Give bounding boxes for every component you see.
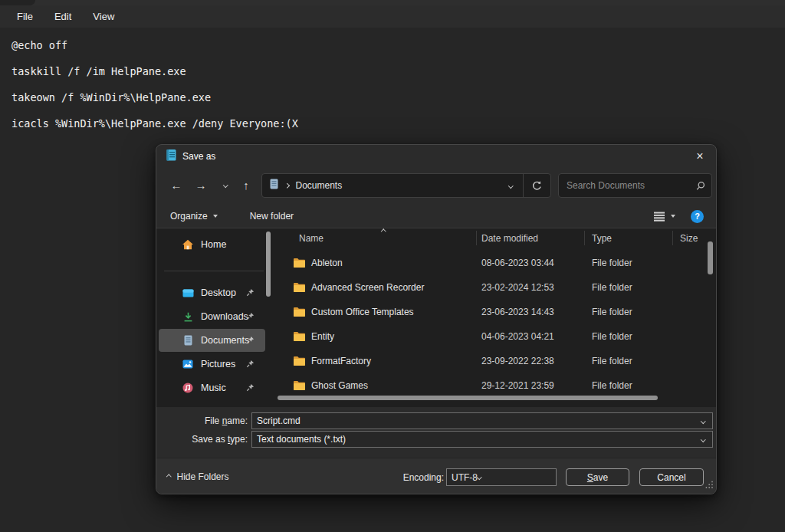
vertical-scrollbar-track[interactable]	[705, 228, 716, 407]
notepad-tab[interactable]	[0, 0, 35, 5]
sidebar-item-music[interactable]: Music	[159, 376, 265, 399]
views-button[interactable]	[653, 212, 675, 222]
file-name: Entity	[311, 331, 334, 342]
file-type: File folder	[592, 356, 632, 366]
table-row[interactable]: Advanced Screen Recorder 23-02-2024 12:5…	[276, 275, 705, 300]
folder-icon	[293, 380, 306, 393]
text-editor[interactable]: @echo offtaskkill /f /im HelpPane.exetak…	[11, 32, 701, 136]
file-date: 08-06-2023 03:44	[481, 258, 554, 268]
column-separator[interactable]	[476, 231, 477, 245]
column-header-name[interactable]: Name	[299, 233, 324, 244]
encoding-dropdown-icon[interactable]	[477, 475, 481, 479]
sidebar-item-downloads[interactable]: Downloads	[159, 305, 265, 328]
file-date: 04-06-2023 04:21	[481, 331, 554, 342]
table-row[interactable]: FormatFactory 23-09-2022 22:38 File fold…	[276, 349, 705, 373]
address-dropdown-chevron-icon[interactable]	[508, 183, 513, 188]
file-date: 23-09-2022 22:38	[481, 356, 554, 366]
up-arrow-icon[interactable]: ↑	[235, 173, 257, 196]
editor-line: takeown /f %WinDir%\HelpPane.exe	[11, 84, 701, 110]
search-input[interactable]	[567, 180, 695, 191]
chevron-up-icon	[166, 475, 171, 479]
home-icon	[182, 239, 194, 250]
menu-file[interactable]: File	[6, 8, 44, 25]
breadcrumb-chevron-icon	[284, 183, 289, 188]
save-type-dropdown-icon[interactable]	[701, 437, 705, 442]
pictures-icon	[182, 360, 194, 369]
file-type: File folder	[592, 331, 632, 342]
vertical-scrollbar-thumb[interactable]	[708, 241, 713, 274]
breadcrumb[interactable]: Documents	[262, 174, 523, 197]
documents-icon	[182, 335, 194, 346]
hide-folders-button[interactable]: Hide Folders	[167, 471, 229, 482]
column-header-type[interactable]: Type	[592, 233, 612, 244]
menu-edit[interactable]: Edit	[44, 8, 82, 25]
file-name-dropdown-icon[interactable]	[701, 419, 705, 423]
column-separator[interactable]	[584, 231, 585, 245]
close-icon[interactable]: ×	[691, 148, 708, 165]
music-icon	[182, 383, 194, 393]
pin-icon	[246, 360, 255, 370]
sidebar-item-label: Home	[201, 239, 226, 250]
sidebar-item-home[interactable]: Home	[159, 234, 265, 255]
save-type-select[interactable]: Text documents (*.txt)	[251, 431, 713, 448]
help-button[interactable]: ?	[691, 210, 704, 223]
sidebar-divider	[164, 271, 264, 271]
horizontal-scrollbar[interactable]	[278, 396, 658, 400]
pin-icon	[246, 288, 255, 299]
search-icon	[695, 181, 705, 191]
save-as-dialog: Save as × ← → ↑ Documents	[156, 144, 717, 494]
folder-icon	[293, 307, 306, 320]
hide-folders-label: Hide Folders	[177, 471, 229, 482]
table-row[interactable]: Entity 04-06-2023 04:21 File folder	[276, 324, 705, 349]
resize-grip[interactable]	[705, 478, 713, 491]
new-folder-button[interactable]: New folder	[250, 211, 294, 222]
column-separator[interactable]	[672, 231, 673, 245]
dialog-titlebar[interactable]: Save as ×	[156, 145, 716, 168]
encoding-select[interactable]: UTF-8	[446, 468, 557, 486]
file-name-label: File name:	[156, 415, 248, 426]
column-header-size[interactable]: Size	[680, 233, 698, 244]
pin-icon	[246, 336, 255, 346]
save-type-row: Save as type: Text documents (*.txt)	[156, 431, 718, 448]
sidebar-item-label: Pictures	[201, 359, 235, 369]
sidebar-item-label: Documents	[201, 335, 249, 346]
forward-arrow-icon[interactable]: →	[190, 173, 212, 196]
column-headers: Name Date modified Type Size	[276, 228, 705, 248]
table-row[interactable]: Custom Office Templates 23-06-2023 14:43…	[276, 300, 705, 324]
editor-line: icacls %WinDir%\HelpPane.exe /deny Every…	[11, 110, 701, 136]
table-row[interactable]: Ghost Games 29-12-2021 23:59 File folder	[276, 373, 705, 398]
sidebar-item-documents[interactable]: Documents	[159, 329, 265, 352]
file-type: File folder	[592, 258, 632, 268]
file-name-combobox[interactable]	[251, 412, 713, 429]
file-name: Ghost Games	[311, 380, 368, 391]
sidebar-item-label: Downloads	[201, 311, 248, 322]
editor-line: taskkill /f /im HelpPane.exe	[11, 58, 701, 84]
column-header-date[interactable]: Date modified	[481, 233, 538, 244]
save-type-value: Text documents (*.txt)	[257, 434, 701, 445]
sidebar-scrollbar[interactable]	[266, 232, 271, 297]
sidebar-item-label: Desktop	[201, 287, 236, 298]
views-dropdown-icon	[671, 215, 675, 218]
pin-icon	[246, 383, 255, 394]
save-button[interactable]: Save	[566, 468, 629, 486]
organize-button[interactable]: Organize	[170, 211, 218, 222]
menu-view[interactable]: View	[82, 8, 125, 25]
address-bar[interactable]: Documents	[261, 173, 551, 198]
search-box[interactable]	[558, 173, 712, 198]
breadcrumb-location[interactable]: Documents	[296, 180, 343, 191]
file-name-input[interactable]	[257, 415, 701, 426]
sidebar-item-pictures[interactable]: Pictures	[159, 353, 265, 376]
encoding-value: UTF-8	[452, 472, 478, 483]
cancel-button[interactable]: Cancel	[639, 468, 704, 486]
dialog-title: Save as	[182, 151, 215, 162]
back-arrow-icon[interactable]: ←	[166, 173, 187, 196]
file-name: Ableton	[311, 258, 343, 268]
refresh-button[interactable]	[523, 174, 550, 197]
navigation-pane: Home Desktop Downloads	[156, 228, 276, 407]
pin-icon	[246, 312, 255, 323]
documents-icon	[270, 179, 278, 192]
sidebar-item-desktop[interactable]: Desktop	[159, 281, 265, 304]
recent-locations-chevron-icon[interactable]	[215, 173, 236, 196]
file-date: 29-12-2021 23:59	[481, 380, 554, 391]
table-row[interactable]: Ableton 08-06-2023 03:44 File folder	[276, 251, 705, 275]
